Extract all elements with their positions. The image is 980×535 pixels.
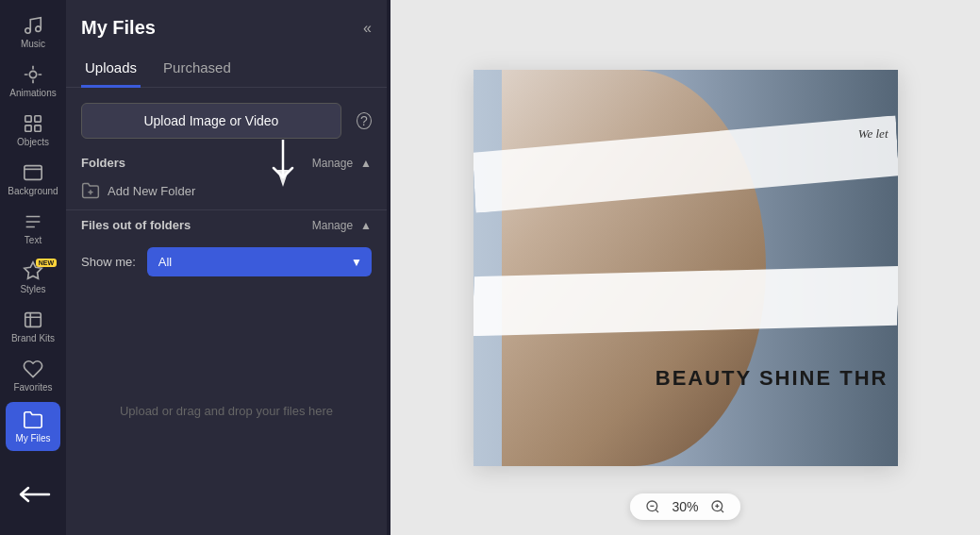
upload-button[interactable]: Upload Image or Video <box>81 103 341 139</box>
folders-manage-link[interactable]: Manage <box>312 157 353 170</box>
panel-title: My Files <box>81 17 156 39</box>
add-folder-icon <box>81 181 100 200</box>
folders-actions: Manage ▲ <box>312 157 372 170</box>
folders-chevron[interactable]: ▲ <box>360 157 372 170</box>
help-icon[interactable]: ? <box>357 112 372 129</box>
sidebar-item-styles[interactable]: NEW Styles <box>0 253 66 302</box>
sidebar-item-brand[interactable]: Brand Kits <box>0 302 66 351</box>
files-panel: My Files « Uploads Purchased Upload Imag… <box>66 0 387 535</box>
svg-rect-6 <box>35 125 41 131</box>
canvas-image: We let BEAUTY SHINE THR <box>473 70 898 466</box>
show-me-select-wrapper: All Images Videos Audio ▼ <box>147 247 372 276</box>
tab-uploads[interactable]: Uploads <box>81 50 141 88</box>
canvas-content[interactable]: We let BEAUTY SHINE THR <box>473 70 898 466</box>
files-header: My Files « <box>66 0 387 50</box>
tab-purchased[interactable]: Purchased <box>159 50 235 88</box>
folders-label: Folders <box>81 156 125 170</box>
bottom-arrow-indicator <box>11 480 58 509</box>
sidebar-item-objects[interactable]: Objects <box>0 106 66 155</box>
folders-section-header: Folders Manage ▲ <box>66 146 387 176</box>
sidebar-item-text[interactable]: Text <box>0 204 66 253</box>
icon-sidebar: Music Animations Objects Background Text… <box>0 0 66 535</box>
sidebar-item-background[interactable]: Background <box>0 155 66 204</box>
canvas-area: We let BEAUTY SHINE THR 30% <box>390 0 980 535</box>
show-me-label: Show me: <box>81 255 136 269</box>
svg-line-13 <box>656 510 659 512</box>
files-chevron[interactable]: ▲ <box>360 219 372 232</box>
svg-rect-4 <box>35 116 41 122</box>
show-me-row: Show me: All Images Videos Audio ▼ <box>66 238 387 286</box>
tabs-row: Uploads Purchased <box>66 50 387 88</box>
sidebar-item-music[interactable]: Music <box>0 8 66 57</box>
drop-zone-text: Upload or drag and drop your files here <box>120 404 333 418</box>
collapse-button[interactable]: « <box>363 20 372 37</box>
files-out-section-header: Files out of folders Manage ▲ <box>66 209 387 238</box>
files-manage-link[interactable]: Manage <box>312 219 353 232</box>
svg-rect-5 <box>25 125 31 131</box>
add-folder-row[interactable]: Add New Folder <box>66 176 387 209</box>
files-out-actions: Manage ▲ <box>312 219 372 232</box>
person-layer <box>502 70 766 466</box>
show-me-select[interactable]: All Images Videos Audio <box>147 247 372 276</box>
svg-point-0 <box>25 28 31 34</box>
svg-line-16 <box>721 510 723 512</box>
canvas-italic-text: We let <box>858 126 889 142</box>
canvas-bold-text: BEAUTY SHINE THR <box>656 366 889 391</box>
upload-row: Upload Image or Video ? <box>81 103 372 139</box>
files-out-label: Files out of folders <box>81 218 191 232</box>
svg-rect-7 <box>25 166 42 180</box>
sidebar-item-myfiles[interactable]: My Files <box>6 402 60 451</box>
zoom-out-button[interactable] <box>645 499 660 514</box>
add-folder-label: Add New Folder <box>108 184 195 198</box>
zoom-controls: 30% <box>630 493 739 520</box>
new-badge: NEW <box>36 259 57 267</box>
upload-section: Upload Image or Video ? <box>66 88 387 146</box>
sidebar-item-animations[interactable]: Animations <box>0 57 66 106</box>
zoom-level-label: 30% <box>672 499 698 514</box>
sidebar-item-favorites[interactable]: Favorites <box>0 351 66 400</box>
svg-rect-3 <box>25 116 31 122</box>
svg-point-2 <box>29 71 36 77</box>
svg-rect-8 <box>25 313 42 327</box>
zoom-in-button[interactable] <box>710 499 725 514</box>
svg-point-1 <box>36 26 42 31</box>
drop-zone[interactable]: Upload or drag and drop your files here <box>66 286 387 535</box>
